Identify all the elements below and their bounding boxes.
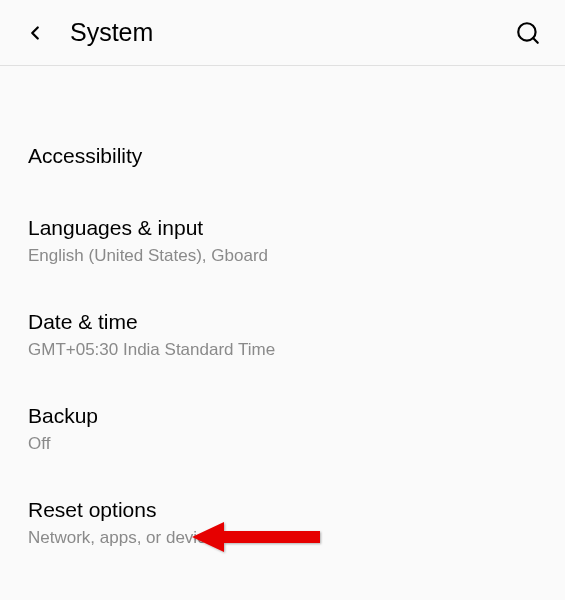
settings-item-reset[interactable]: Reset options Network, apps, or device c… xyxy=(0,476,565,570)
back-button[interactable] xyxy=(24,22,46,44)
settings-item-title: Reset options xyxy=(28,498,537,522)
app-header: System xyxy=(0,0,565,66)
header-left: System xyxy=(24,18,153,47)
settings-item-title: Date & time xyxy=(28,310,537,334)
settings-item-subtitle: Network, apps, or device can be reset xyxy=(28,528,537,548)
settings-item-languages[interactable]: Languages & input English (United States… xyxy=(0,194,565,288)
settings-item-title: Accessibility xyxy=(28,144,537,168)
settings-item-subtitle: Off xyxy=(28,434,537,454)
search-icon xyxy=(515,20,541,46)
settings-list: Accessibility Languages & input English … xyxy=(0,66,565,570)
settings-item-accessibility[interactable]: Accessibility xyxy=(0,122,565,194)
svg-line-1 xyxy=(533,38,538,43)
page-title: System xyxy=(70,18,153,47)
settings-item-backup[interactable]: Backup Off xyxy=(0,382,565,476)
settings-item-title: Backup xyxy=(28,404,537,428)
settings-item-subtitle: GMT+05:30 India Standard Time xyxy=(28,340,537,360)
settings-item-datetime[interactable]: Date & time GMT+05:30 India Standard Tim… xyxy=(0,288,565,382)
back-icon xyxy=(24,22,46,44)
settings-item-title: Languages & input xyxy=(28,216,537,240)
settings-item-subtitle: English (United States), Gboard xyxy=(28,246,537,266)
search-button[interactable] xyxy=(515,20,541,46)
